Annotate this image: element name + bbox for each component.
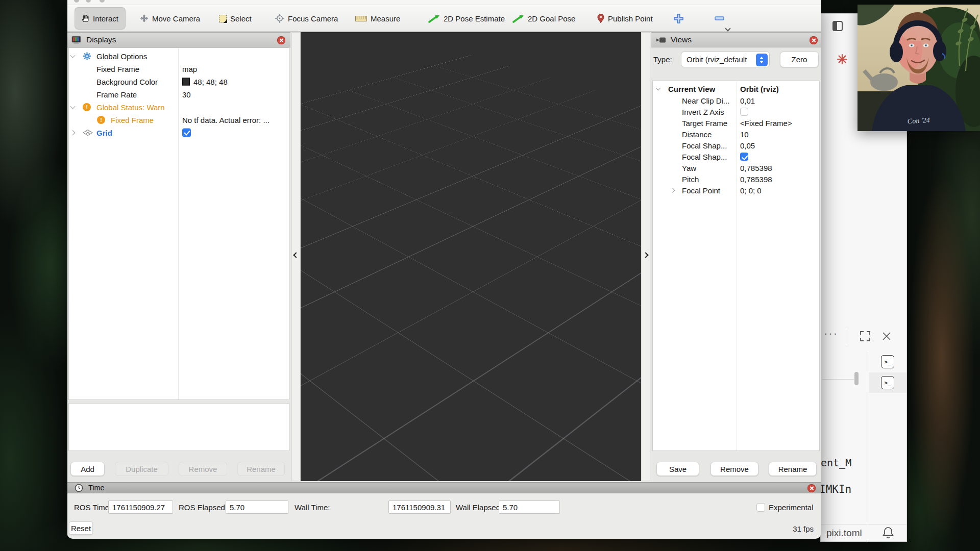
tool-interact[interactable]: Interact (75, 7, 126, 30)
tool-publish-point[interactable]: Publish Point (597, 7, 653, 30)
views-tree-row[interactable]: Focal Shap...0,05 (653, 140, 819, 151)
row-value[interactable]: 10 (740, 130, 749, 139)
views-tree-row[interactable]: Invert Z Axis (653, 106, 819, 117)
experimental-checkbox[interactable] (756, 503, 765, 512)
views-tree-row[interactable]: Target Frame<Fixed Frame> (653, 117, 819, 129)
layout-toggle-icon[interactable] (832, 21, 843, 31)
row-value[interactable]: 0,785398 (740, 175, 772, 184)
chevron-down-icon[interactable] (70, 104, 76, 109)
row-label: Target Frame (682, 119, 727, 128)
tool-2d-pose-estimate[interactable]: 2D Pose Estimate (428, 7, 505, 30)
more-actions-icon[interactable]: ··· (824, 327, 838, 340)
terminal-icon[interactable]: >_ (881, 355, 894, 368)
displays-tree-row[interactable]: Grid (69, 126, 289, 139)
webcam-video: Con '24 (857, 5, 980, 131)
remove-tool-button[interactable] (715, 7, 724, 30)
bell-icon[interactable] (882, 526, 894, 539)
tool-select[interactable]: Select (219, 7, 252, 30)
chevron-right-icon[interactable] (70, 130, 76, 135)
asterisk-icon[interactable] (837, 54, 848, 65)
chevron-right-icon[interactable] (670, 188, 675, 193)
tool-focus-camera[interactable]: Focus Camera (275, 7, 338, 30)
display-description-area (68, 403, 289, 451)
tool-label: 2D Pose Estimate (444, 14, 505, 23)
close-views-panel-button[interactable] (810, 36, 818, 44)
remove-view-button[interactable]: Remove (710, 462, 758, 476)
row-label: Invert Z Axis (682, 108, 724, 116)
row-value[interactable]: map (182, 64, 197, 73)
views-tree-row[interactable]: Yaw0,785398 (653, 162, 819, 173)
rostime-input[interactable]: 1761150909.27 (108, 500, 173, 514)
tool-label: Measure (371, 14, 400, 23)
time-field-label: ROS Elapsed: (179, 503, 227, 512)
webcam-overlay: Con '24 (857, 5, 980, 131)
add-tool-button[interactable] (674, 7, 683, 30)
displays-tree-row[interactable]: Background Color48; 48; 48 (69, 75, 289, 88)
statusbar-file-label[interactable]: pixi.toml (826, 528, 862, 539)
traffic-light-button[interactable] (100, 0, 105, 3)
row-label: Focal Shap... (682, 141, 727, 150)
views-tree-row[interactable]: Distance10 (653, 129, 819, 140)
toolbar-overflow-chevron-icon[interactable] (725, 26, 730, 31)
views-row-checkbox[interactable] (740, 108, 748, 116)
close-panel-icon[interactable] (882, 332, 891, 341)
row-value[interactable]: 48; 48; 48 (193, 77, 228, 86)
row-value[interactable]: 0; 0; 0 (740, 186, 762, 195)
roselapsed-input[interactable]: 5.70 (226, 500, 288, 514)
views-tree-row[interactable]: Focal Point0; 0; 0 (653, 185, 819, 196)
displays-tree-row[interactable]: !Fixed FrameNo tf data. Actual error: ..… (69, 113, 289, 126)
views-tree-header-row[interactable]: Current ViewOrbit (rviz) (653, 83, 819, 95)
views-tree-row[interactable]: Pitch0,785398 (653, 173, 819, 185)
time-panel-header[interactable]: Time (67, 482, 821, 493)
3d-viewport[interactable] (301, 32, 641, 481)
row-label: Fixed Frame (111, 115, 154, 124)
add-display-button[interactable]: Add (70, 462, 105, 476)
traffic-light-button[interactable] (74, 0, 79, 3)
warn-icon: ! (83, 103, 91, 111)
rviz-main-area: Displays Global OptionsFixed FramemapBac… (67, 32, 821, 482)
terminal-icon[interactable]: >_ (881, 376, 894, 389)
row-value[interactable]: 0,05 (740, 141, 755, 150)
focus-crosshair-icon (275, 14, 284, 23)
close-displays-panel-button[interactable] (277, 36, 285, 44)
views-tree-row[interactable]: Near Clip Di...0,01 (653, 95, 819, 106)
tool-measure[interactable]: Measure (355, 7, 400, 30)
close-time-panel-button[interactable] (807, 484, 816, 492)
time-panel-title: Time (88, 484, 105, 492)
chevron-down-icon[interactable] (656, 86, 661, 91)
rename-view-button[interactable]: Rename (769, 462, 817, 476)
displays-tree-row[interactable]: Fixed Framemap (69, 62, 289, 75)
views-row-checkbox[interactable] (740, 153, 748, 161)
displays-panel-header[interactable]: Displays (67, 32, 290, 47)
row-value[interactable]: 30 (182, 90, 191, 98)
row-value[interactable]: 0,01 (740, 96, 755, 105)
displays-tree-row[interactable]: Frame Rate30 (69, 88, 289, 101)
displays-tree-row[interactable]: Global Options (69, 49, 289, 62)
row-label: Fixed Frame (96, 64, 139, 73)
maximize-panel-icon[interactable] (860, 331, 870, 341)
chevron-down-icon[interactable] (70, 53, 76, 58)
grid-checkbox[interactable] (182, 128, 191, 137)
save-view-button[interactable]: Save (656, 462, 699, 476)
view-type-dropdown[interactable]: Orbit (rviz_default (681, 52, 770, 67)
traffic-light-button[interactable] (86, 0, 91, 3)
scrollbar-thumb[interactable] (854, 372, 859, 385)
wallelapsed-input[interactable]: 5.70 (499, 500, 560, 514)
row-value[interactable]: No tf data. Actual error: ... (182, 115, 270, 124)
tool-move-camera[interactable]: Move Camera (140, 7, 200, 30)
reset-button[interactable]: Reset (69, 521, 93, 535)
walltime-input[interactable]: 1761150909.31 (388, 500, 451, 514)
collapse-left-panel-handle[interactable] (291, 32, 301, 481)
views-tree-row[interactable]: Focal Shap... (653, 151, 819, 162)
tool-2d-goal-pose[interactable]: 2D Goal Pose (512, 7, 575, 30)
collapse-right-panel-handle[interactable] (641, 32, 650, 481)
zero-button[interactable]: Zero (780, 52, 819, 67)
views-panel-header[interactable]: Views (651, 32, 821, 47)
window-titlebar[interactable] (67, 0, 821, 5)
row-value[interactable]: <Fixed Frame> (740, 119, 792, 128)
row-label: Current View (668, 85, 715, 93)
color-swatch[interactable] (182, 78, 190, 85)
row-value[interactable]: 0,785398 (740, 164, 772, 172)
experimental-checkbox-row[interactable]: Experimental (756, 503, 814, 512)
displays-tree-row[interactable]: !Global Status: Warn (69, 101, 289, 113)
